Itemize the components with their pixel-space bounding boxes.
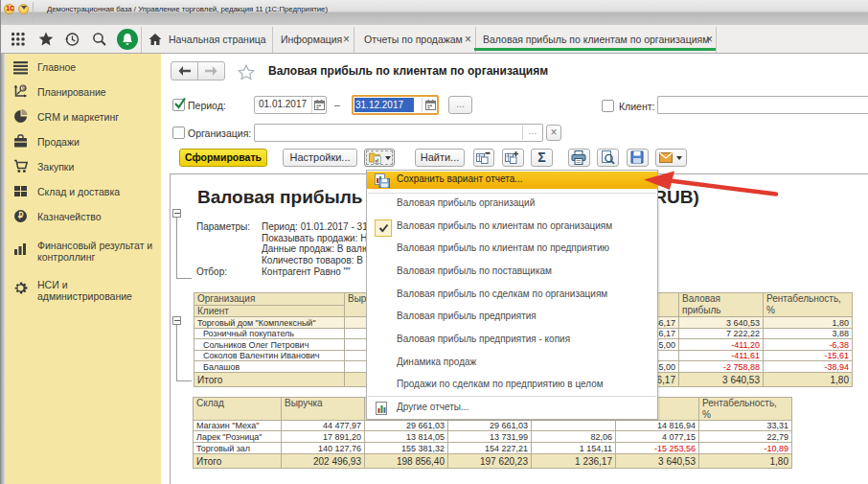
svg-text:₽: ₽ [18,211,24,220]
